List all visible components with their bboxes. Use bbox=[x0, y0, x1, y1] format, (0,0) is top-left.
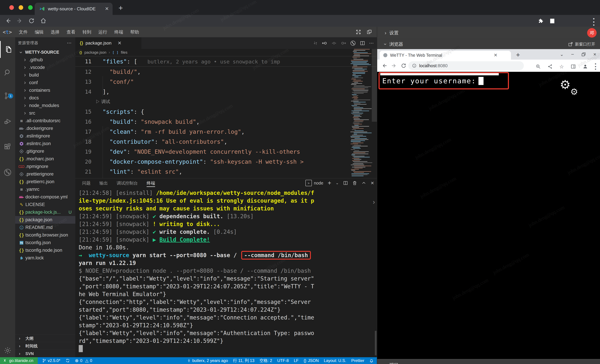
extensions-puzzle-icon[interactable] bbox=[538, 18, 544, 24]
wetty-profile-icon[interactable] bbox=[582, 64, 588, 69]
activity-explorer-icon[interactable] bbox=[0, 41, 16, 58]
breadcrumb-symbol[interactable]: files bbox=[121, 50, 128, 55]
current-change-icon[interactable] bbox=[331, 41, 337, 46]
home-icon[interactable] bbox=[40, 18, 47, 24]
shell-selector[interactable]: > node bbox=[305, 180, 323, 186]
wetty-menu-kebab-icon[interactable]: ••• bbox=[595, 63, 596, 71]
explorer-more-actions-icon[interactable]: ⋯ bbox=[67, 40, 72, 46]
section-ports[interactable]: ›端口 bbox=[377, 360, 600, 364]
wetty-minimize-icon[interactable]: − bbox=[571, 51, 574, 57]
tree-file-.prettierignore[interactable]: .prettierignore bbox=[15, 170, 75, 178]
close-window-button[interactable] bbox=[9, 5, 14, 10]
code-line-15[interactable]: 15 "scripts": { bbox=[75, 107, 377, 117]
activity-debug-icon[interactable] bbox=[0, 113, 15, 130]
tree-file-yarn.lock[interactable]: yarn.lock bbox=[15, 254, 75, 262]
sync-button[interactable] bbox=[66, 358, 70, 363]
minimize-window-button[interactable] bbox=[19, 5, 23, 10]
wetty-new-tab-icon[interactable]: + bbox=[516, 51, 520, 59]
language-mode[interactable]: {}JSON bbox=[304, 358, 319, 363]
editor-tab-package-json[interactable]: {} package.json ✕ bbox=[75, 37, 141, 49]
split-editor-icon[interactable] bbox=[360, 41, 365, 46]
code-line-19[interactable]: 19 "dev": "NODE_ENV=development concurre… bbox=[75, 147, 377, 157]
back-icon[interactable] bbox=[5, 18, 11, 24]
tree-file-tsconfig.browser.json[interactable]: {}tsconfig.browser.json bbox=[15, 231, 75, 239]
wetty-share-icon[interactable] bbox=[547, 64, 553, 69]
menu-item-0[interactable]: 文件 bbox=[15, 29, 31, 35]
new-terminal-icon[interactable]: + bbox=[328, 179, 331, 187]
code-line-16[interactable]: 16 "build": "snowpack build", bbox=[75, 117, 377, 127]
wetty-restore-icon[interactable] bbox=[581, 52, 586, 56]
window-controls[interactable] bbox=[9, 5, 37, 10]
tree-file-.mocharc.json[interactable]: {}.mocharc.json bbox=[15, 155, 75, 163]
terminal-scrollbar[interactable] bbox=[375, 331, 376, 355]
menu-item-2[interactable]: 选择 bbox=[47, 29, 63, 35]
tree-folder-docs[interactable]: docs bbox=[15, 94, 75, 102]
code-line-21[interactable]: 21 "lint": "eslint src", bbox=[75, 167, 377, 177]
reload-icon[interactable] bbox=[28, 18, 35, 24]
settings-gear-icon[interactable] bbox=[0, 342, 15, 359]
panel-tab-2[interactable]: 调试控制台 bbox=[117, 178, 138, 187]
menu-item-5[interactable]: 运行 bbox=[95, 29, 111, 35]
tree-folder-containers[interactable]: containers bbox=[15, 86, 75, 94]
user-badge[interactable]: 邓 bbox=[587, 28, 597, 37]
next-change-icon[interactable] bbox=[341, 40, 346, 46]
open-new-window-button[interactable]: 新窗口打开 bbox=[568, 41, 595, 47]
svn-blame-icon[interactable] bbox=[350, 40, 356, 46]
tree-file-.all-contributorsrc[interactable]: ≡.all-contributorsrc bbox=[15, 117, 75, 125]
tree-root[interactable]: WETTY-SOURCE bbox=[15, 48, 75, 56]
wetty-tab-close-icon[interactable]: ✕ bbox=[494, 53, 497, 58]
activity-extensions-icon[interactable] bbox=[0, 139, 15, 155]
wetty-side-panel-icon[interactable] bbox=[571, 64, 576, 69]
menu-item-3[interactable]: 查看 bbox=[63, 29, 79, 35]
section-outline[interactable]: ›大纲 bbox=[15, 334, 75, 342]
code-line-14[interactable]: 14 ], bbox=[75, 87, 377, 97]
wetty-bookmark-star-icon[interactable]: ☆ bbox=[559, 64, 564, 70]
new-tab-button[interactable]: + bbox=[119, 4, 123, 12]
tree-file-tsconfig.node.json[interactable]: {}tsconfig.node.json bbox=[15, 246, 75, 254]
wetty-url-bar[interactable]: localhost:8080 bbox=[408, 61, 524, 70]
fullscreen-icon[interactable] bbox=[356, 29, 361, 35]
tree-file-LICENSE[interactable]: LICENSE bbox=[15, 201, 75, 208]
code-line-20[interactable]: 20 "docker-compose-entrypoint": "ssh-key… bbox=[75, 157, 377, 167]
tree-file-.eslintrc.json[interactable]: .eslintrc.json bbox=[15, 140, 75, 148]
browser-tab[interactable]: wetty-source - CloudIDE ✕ bbox=[35, 3, 112, 15]
zoom-icon[interactable] bbox=[536, 64, 541, 69]
tree-folder-.vscode[interactable]: .vscode bbox=[15, 64, 75, 71]
wetty-close-icon[interactable]: × bbox=[593, 51, 596, 57]
cursor-position[interactable]: 行 11, 列 13 bbox=[233, 358, 254, 363]
code-line-11[interactable]: 11 "files": [butlerx, 2 years ago • use … bbox=[75, 56, 377, 67]
tree-file-.gitignore[interactable]: .gitignore bbox=[15, 148, 75, 155]
activity-svn-icon[interactable] bbox=[0, 164, 15, 181]
code-line-13[interactable]: 13 "conf/" bbox=[75, 77, 377, 87]
wetty-reload-icon[interactable] bbox=[401, 63, 406, 68]
tree-folder-.github[interactable]: .github bbox=[15, 56, 75, 64]
breadcrumb-file[interactable]: package.json bbox=[84, 50, 106, 55]
tree-file-.yarnrc[interactable]: ≡.yarnrc bbox=[15, 186, 75, 193]
tree-file-tsconfig.json[interactable]: TStsconfig.json bbox=[15, 239, 75, 246]
section-browser[interactable]: ›浏览器 新窗口打开 bbox=[377, 39, 600, 49]
layout-toggle-icon[interactable] bbox=[367, 29, 372, 35]
formatter-indicator[interactable]: Prettier bbox=[351, 358, 364, 363]
breadcrumb[interactable]: {} package.json › [ ] files bbox=[79, 49, 128, 56]
codelens-debug[interactable]: ▷ 调试 bbox=[75, 97, 377, 107]
panel-tab-0[interactable]: 问题 bbox=[82, 178, 91, 187]
panel-tab-1[interactable]: 输出 bbox=[99, 178, 108, 187]
tree-file-.eslintignore[interactable]: .eslintignore bbox=[15, 132, 75, 140]
wetty-forward-icon[interactable] bbox=[391, 63, 397, 68]
wetty-back-icon[interactable] bbox=[382, 63, 387, 68]
tree-file-.prettierrc.json[interactable]: {}.prettierrc.json bbox=[15, 178, 75, 186]
split-terminal-icon[interactable] bbox=[343, 181, 348, 185]
maximize-panel-chevron-icon[interactable] bbox=[361, 181, 366, 185]
code-line-17[interactable]: 17 "clean": "rm -rf build yarn-error.log… bbox=[75, 127, 377, 137]
tree-folder-node_modules[interactable]: node_modules bbox=[15, 102, 75, 109]
panel-sash-chevron-icon[interactable]: › bbox=[373, 198, 375, 206]
keyboard-layout[interactable]: Layout: U.S. bbox=[324, 358, 346, 363]
section-settings[interactable]: ›设置 邓 bbox=[377, 27, 600, 39]
notifications-bell-icon[interactable] bbox=[369, 359, 374, 363]
menu-item-6[interactable]: 终端 bbox=[111, 29, 127, 35]
tab-close-icon[interactable]: ✕ bbox=[105, 6, 109, 11]
menu-item-4[interactable]: 转到 bbox=[79, 29, 95, 35]
menu-item-7[interactable]: 帮助 bbox=[127, 29, 142, 35]
wetty-terminal-screen[interactable]: Enter your username: ⚙ ⚙ bbox=[377, 72, 600, 359]
branch-indicator[interactable]: v2.5.0* bbox=[42, 358, 60, 363]
